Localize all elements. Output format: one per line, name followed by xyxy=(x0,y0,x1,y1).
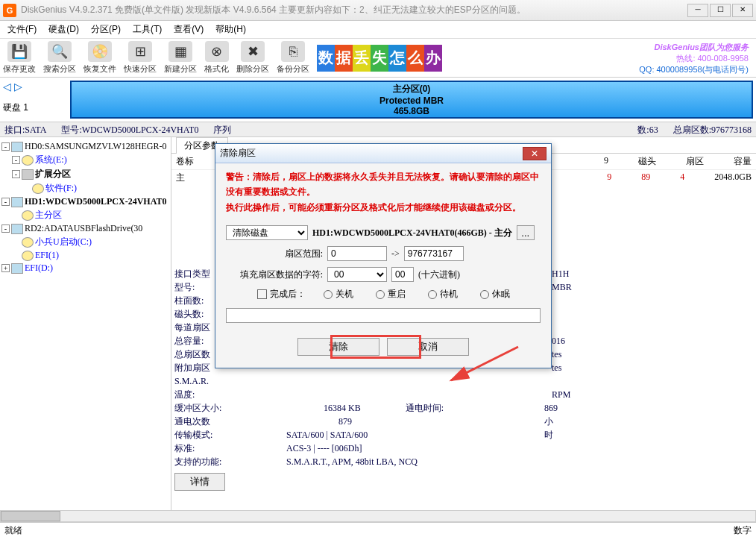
hdd-icon xyxy=(11,197,23,207)
toolbar-button[interactable]: 📀恢复文件 xyxy=(84,41,116,75)
status-left: 就绪 xyxy=(4,524,22,536)
h-scrollbar[interactable] xyxy=(0,510,756,522)
tree-item[interactable]: -系统(E:) xyxy=(1,153,169,167)
expand-icon[interactable]: - xyxy=(1,224,10,233)
model-label: 型号:WDCWD5000LPCX-24VHAT0 xyxy=(61,124,198,135)
toolbar-icon: ✖ xyxy=(241,41,265,62)
menu-item[interactable]: 分区(P) xyxy=(86,22,125,37)
fill-select[interactable]: 00 xyxy=(327,267,387,282)
menu-item[interactable]: 文件(F) xyxy=(3,22,41,37)
tree-item[interactable]: EFI(1) xyxy=(1,249,169,262)
range-arrow: -> xyxy=(391,248,400,260)
tree-item[interactable]: 主分区 xyxy=(1,208,169,222)
banner-block: 丢 xyxy=(353,45,371,72)
toolbar-icon: 📀 xyxy=(88,41,112,62)
drive-icon xyxy=(22,155,34,166)
expand-icon[interactable]: + xyxy=(1,264,10,272)
toolbar-icon: 🔍 xyxy=(48,41,72,62)
expand-icon[interactable]: - xyxy=(1,142,10,151)
partition-title: 主分区(0) xyxy=(393,83,431,95)
status-bar: 就绪 数字 xyxy=(0,522,756,537)
tree-item[interactable]: 软件(F:) xyxy=(1,181,169,195)
toolbar-icon: ⊞ xyxy=(128,41,152,62)
disk-info-line: 接口:SATA 型号:WDCWD5000LPCX-24VHAT0 序列 数:63… xyxy=(0,122,756,137)
row-heads: 89 xyxy=(641,172,650,184)
toolbar-icon: ⊗ xyxy=(205,41,229,62)
scope-select[interactable]: 清除磁盘 xyxy=(226,225,308,240)
toolbar-button[interactable]: 🔍搜索分区 xyxy=(43,41,76,75)
title-bar: G DiskGenius V4.9.2.371 免费版(单文件版) 发现新版本 … xyxy=(0,0,756,21)
hdd-icon xyxy=(11,142,23,152)
banner-block: 么 xyxy=(406,45,424,72)
menu-item[interactable]: 工具(T) xyxy=(128,22,166,37)
partition-map[interactable]: 主分区(0) Protected MBR 465.8GB xyxy=(70,81,753,119)
drive-icon xyxy=(32,183,44,194)
browse-button[interactable]: ... xyxy=(517,225,535,240)
toolbar-button[interactable]: ⊗格式化 xyxy=(204,41,229,75)
tree-item[interactable]: -扩展分区 xyxy=(1,167,169,181)
col-label: 卷标 xyxy=(176,155,194,168)
toolbar-icon: ⎘ xyxy=(281,41,305,62)
iface-label: 接口:SATA xyxy=(4,124,46,135)
fill-label: 填充扇区数据的字符: xyxy=(226,268,323,281)
cancel-button[interactable]: 取消 xyxy=(387,338,469,356)
toolbar-button[interactable]: 💾保存更改 xyxy=(3,41,36,75)
after-radio[interactable] xyxy=(428,290,437,299)
toolbar-button[interactable]: ✖删除分区 xyxy=(236,41,269,75)
toolbar-icon: ▦ xyxy=(168,41,192,62)
disk-tree[interactable]: -HD0:SAMSUNGMZVLW128HEGR-0-系统(E:)-扩展分区软件… xyxy=(0,137,171,522)
tree-item[interactable]: -HD1:WDCWD5000LPCX-24VHAT0 xyxy=(1,195,169,208)
after-label: 完成后： xyxy=(270,288,306,301)
details-button[interactable]: 详情 xyxy=(174,473,225,491)
after-checkbox[interactable] xyxy=(257,289,267,299)
app-icon: G xyxy=(3,4,16,17)
menu-item[interactable]: 帮助(H) xyxy=(211,22,251,37)
range-from-input[interactable] xyxy=(327,246,387,261)
range-label: 扇区范围: xyxy=(226,248,323,260)
row-9: 9 xyxy=(607,172,611,184)
ad-banner: 数据丢失怎么办 DiskGenius团队为您服务 热线: 400-008-995… xyxy=(317,40,753,76)
toolbar-button[interactable]: ⊞快速分区 xyxy=(124,41,157,75)
tree-item[interactable]: 小兵U启动(C:) xyxy=(1,235,169,249)
dialog-close-button[interactable]: ✕ xyxy=(523,147,546,160)
menu-bar: 文件(F)硬盘(D)分区(P)工具(T)查看(V)帮助(H) xyxy=(0,21,756,39)
row-sectors: 4 xyxy=(680,172,684,184)
menu-item[interactable]: 查看(V) xyxy=(169,22,208,37)
banner-block: 数 xyxy=(317,45,335,72)
banner-block: 失 xyxy=(371,45,388,72)
clear-button[interactable]: 清除 xyxy=(297,338,379,356)
tree-item[interactable]: -RD2:ADATAUSBFlashDrive(30 xyxy=(1,222,169,235)
fill-input[interactable] xyxy=(391,267,414,282)
banner-line1: DiskGenius团队为您服务 xyxy=(639,42,749,53)
menu-item[interactable]: 硬盘(D) xyxy=(44,22,84,37)
hdd-icon xyxy=(11,224,23,234)
maximize-button[interactable]: ☐ xyxy=(710,4,731,17)
toolbar-button[interactable]: ▦新建分区 xyxy=(164,41,197,75)
expand-icon[interactable]: - xyxy=(1,198,10,206)
after-radio[interactable] xyxy=(376,290,385,299)
minimize-button[interactable]: ─ xyxy=(687,4,708,17)
toolbar-button[interactable]: ⎘备份分区 xyxy=(277,41,309,75)
disk-bar: ◁ ▷ 硬盘 1 主分区(0) Protected MBR 465.8GB xyxy=(0,78,756,122)
next-disk-icon[interactable]: ▷ xyxy=(14,81,22,92)
serial-label: 序列 xyxy=(213,124,231,135)
after-radio[interactable] xyxy=(324,290,333,299)
banner-block: 办 xyxy=(424,45,442,72)
banner-block: 据 xyxy=(335,45,353,72)
toolbar: 💾保存更改🔍搜索分区📀恢复文件⊞快速分区▦新建分区⊗格式化✖删除分区⎘备份分区 … xyxy=(0,39,756,78)
after-radio[interactable] xyxy=(480,290,489,299)
close-button[interactable]: ✕ xyxy=(732,4,753,17)
tree-item[interactable]: -HD0:SAMSUNGMZVLW128HEGR-0 xyxy=(1,140,169,153)
status-right: 数字 xyxy=(734,524,752,536)
warning-text: 警告：清除后，扇区上的数据将永久丢失并且无法恢复。请确认要清除的扇区中没有重要数… xyxy=(226,169,541,215)
prev-disk-icon[interactable]: ◁ xyxy=(3,81,11,92)
row-capacity: 2048.0GB xyxy=(714,172,752,184)
banner-line2: 热线: 400-008-9958 xyxy=(639,53,749,64)
dialog-title: 清除扇区 xyxy=(220,147,523,160)
tree-item[interactable]: +EFI(D:) xyxy=(1,262,169,274)
range-to-input[interactable] xyxy=(404,246,464,261)
banner-line3: QQ: 4000089958(与电话同号) xyxy=(639,64,749,75)
expand-icon[interactable]: - xyxy=(12,170,20,178)
expand-icon[interactable]: - xyxy=(12,156,20,164)
col-capacity: 容量 xyxy=(734,155,752,168)
